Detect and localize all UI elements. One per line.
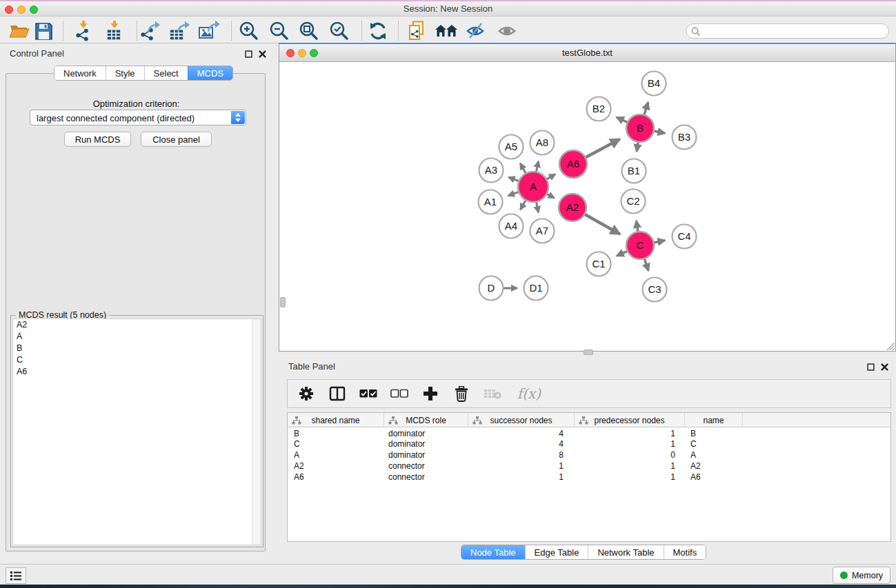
table-cell[interactable]: connector [384, 471, 468, 482]
select-all-button[interactable] [359, 384, 378, 403]
close-panel-button[interactable]: Close panel [141, 132, 212, 147]
table-cell[interactable]: dominator [384, 449, 468, 460]
table-cell[interactable]: 1 [575, 460, 685, 471]
network-window[interactable]: testGlobe.txt AA1A2A3A4A5A6A7A8BB1B2B3B4… [279, 43, 896, 352]
show-all-button[interactable] [496, 20, 519, 42]
zoom-in-button[interactable] [237, 20, 261, 42]
search-input[interactable] [703, 25, 883, 37]
table-cell[interactable]: 1 [575, 438, 685, 449]
column-header-predecessor-nodes[interactable]: predecessor nodes [575, 413, 685, 427]
tab-network[interactable]: Network [54, 66, 106, 80]
refresh-layout-button[interactable] [366, 20, 390, 42]
table-row[interactable]: A2connector11A2 [288, 460, 890, 471]
graph-node-D[interactable]: D [479, 276, 504, 301]
table-cell[interactable]: 1 [575, 471, 685, 482]
table-cell[interactable]: A6 [685, 471, 743, 482]
table-cell[interactable]: C [685, 438, 743, 449]
table-cell[interactable]: C [288, 438, 384, 449]
resize-grip-icon[interactable] [884, 340, 895, 350]
float-panel-icon[interactable] [245, 50, 252, 58]
table-cell[interactable]: A2 [685, 460, 743, 471]
table-cell[interactable]: A [685, 449, 743, 460]
table-cell[interactable]: B [288, 427, 384, 438]
graph-node-C1[interactable]: C1 [587, 252, 611, 276]
tab-edge-table[interactable]: Edge Table [525, 545, 588, 559]
mcds-result-item[interactable]: A6 [13, 365, 261, 377]
column-header-name[interactable]: name [685, 413, 743, 427]
graph-node-A5[interactable]: A5 [499, 135, 524, 159]
delete-column-button[interactable] [452, 384, 471, 403]
export-table-button[interactable] [168, 20, 191, 42]
function-builder-button[interactable]: f(x) [514, 384, 544, 403]
open-file-button[interactable] [8, 20, 31, 42]
graph-node-A6[interactable]: A6 [559, 150, 587, 178]
table-cell[interactable]: 1 [468, 460, 575, 471]
table-cell[interactable]: 1 [575, 427, 685, 438]
task-history-button[interactable] [6, 567, 26, 584]
network-window-titlebar[interactable]: testGlobe.txt [279, 44, 895, 62]
graph-node-B1[interactable]: B1 [622, 159, 646, 183]
graph-edge-A6-B[interactable] [584, 139, 619, 159]
graph-node-D1[interactable]: D1 [524, 276, 548, 301]
mcds-result-item[interactable]: A2 [13, 319, 261, 331]
scrollbar-track[interactable] [252, 319, 261, 545]
table-cell[interactable]: A6 [288, 471, 384, 482]
network-canvas[interactable]: AA1A2A3A4A5A6A7A8BB1B2B3B4CC1C2C3C4DD1 [279, 62, 895, 351]
graph-edge-A2-C[interactable] [584, 214, 620, 234]
memory-button[interactable]: Memory [833, 567, 890, 584]
graph-node-A8[interactable]: A8 [530, 131, 555, 155]
column-header-successor-nodes[interactable]: successor nodes [468, 413, 575, 427]
table-cell[interactable]: A [288, 449, 384, 460]
run-mcds-button[interactable]: Run MCDS [64, 132, 131, 147]
graph-node-B2[interactable]: B2 [587, 97, 611, 121]
save-session-button[interactable] [32, 20, 55, 42]
table-cell[interactable]: connector [384, 460, 468, 471]
float-panel-icon[interactable] [867, 363, 875, 371]
tab-node-table[interactable]: Node Table [461, 545, 525, 559]
export-network-button[interactable] [138, 20, 161, 42]
delete-table-button[interactable] [483, 384, 502, 403]
canvas-bottom-grip[interactable] [584, 349, 593, 355]
unselect-all-button[interactable] [390, 384, 409, 403]
table-cell[interactable]: 4 [468, 438, 575, 449]
home-layout-button[interactable] [435, 20, 458, 42]
table-cell[interactable]: 1 [468, 471, 575, 482]
create-column-button[interactable] [421, 384, 440, 403]
graph-node-C4[interactable]: C4 [673, 225, 697, 249]
table-cell[interactable]: 8 [468, 449, 575, 460]
graph-node-A7[interactable]: A7 [530, 219, 555, 243]
column-header-shared-name[interactable]: shared name [288, 413, 384, 427]
table-settings-button[interactable] [297, 384, 316, 403]
graph-node-A[interactable]: A [518, 172, 548, 202]
column-header-mcds-role[interactable]: MCDS role [384, 413, 468, 427]
import-network-button[interactable] [72, 20, 95, 42]
graph-node-C3[interactable]: C3 [643, 278, 667, 302]
mcds-result-item[interactable]: C [13, 354, 261, 365]
graph-node-A1[interactable]: A1 [479, 190, 503, 214]
table-cell[interactable]: B [685, 427, 743, 438]
table-row[interactable]: Cdominator41C [288, 438, 890, 449]
zoom-selected-button[interactable] [328, 20, 351, 42]
mcds-result-item[interactable]: B [13, 343, 261, 354]
tab-motifs[interactable]: Motifs [664, 545, 706, 559]
close-panel-icon[interactable] [259, 50, 266, 58]
table-cell[interactable]: dominator [384, 427, 468, 438]
zoom-fit-button[interactable] [297, 20, 321, 42]
mcds-result-list[interactable]: A2ABCA6 [12, 318, 261, 545]
table-row[interactable]: Bdominator41B [288, 427, 890, 438]
export-image-button[interactable] [197, 20, 221, 42]
node-table[interactable]: shared name MCDS role successor nodes pr… [287, 412, 891, 542]
tab-style[interactable]: Style [106, 66, 144, 80]
graph-node-A4[interactable]: A4 [499, 214, 524, 239]
table-row[interactable]: Adominator80A [288, 449, 890, 460]
close-panel-icon[interactable] [881, 363, 888, 371]
graph-node-C2[interactable]: C2 [621, 190, 646, 214]
graph-node-B3[interactable]: B3 [673, 125, 697, 150]
table-cell[interactable]: A2 [288, 460, 384, 471]
graph-node-A2[interactable]: A2 [559, 194, 586, 221]
canvas-left-grip[interactable] [280, 297, 286, 307]
graph-node-C[interactable]: C [626, 232, 654, 259]
table-cell[interactable]: 4 [468, 427, 575, 438]
search-field[interactable] [686, 23, 889, 39]
table-body[interactable]: Bdominator41BCdominator41CAdominator80AA… [288, 427, 890, 541]
